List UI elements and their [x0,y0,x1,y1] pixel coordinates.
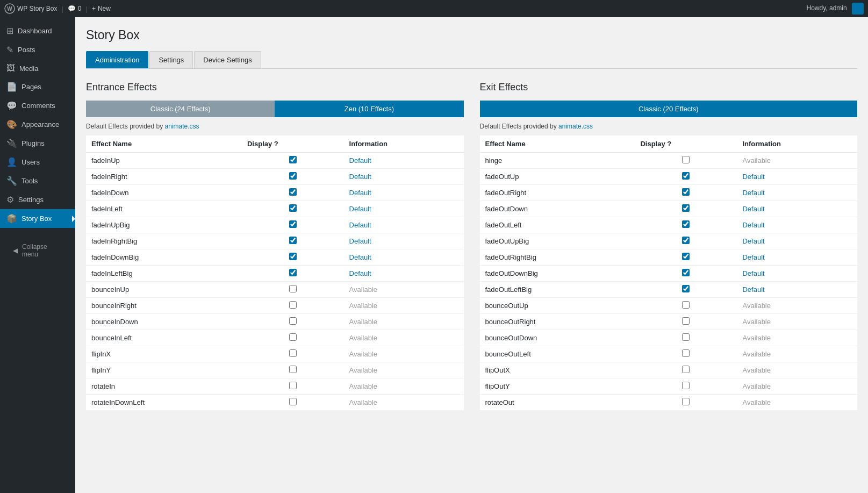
content-wrap: Story Box Administration Settings Device… [75,17,868,421]
display-checkbox[interactable] [289,188,297,196]
info-cell[interactable]: Default [344,266,464,282]
display-checkbox[interactable] [289,172,297,180]
display-checkbox[interactable] [682,237,690,244]
info-cell[interactable]: Default [737,185,857,201]
sidebar-item-story-box[interactable]: 📦 Story Box [0,209,75,228]
display-checkbox-cell [635,185,737,201]
display-checkbox[interactable] [682,398,690,405]
display-checkbox[interactable] [289,301,297,309]
effect-name: rotateIn [86,378,242,395]
sidebar-item-dashboard[interactable]: ⊞ Dashboard [0,22,75,40]
sidebar-item-posts[interactable]: ✎ Posts [0,40,75,59]
display-checkbox[interactable] [289,333,297,341]
comments-item[interactable]: 💬 0 [68,5,82,12]
info-cell[interactable]: Default [344,217,464,233]
info-cell[interactable]: Default [344,201,464,217]
info-cell: Available [737,362,857,378]
main-content: Story Box Administration Settings Device… [75,17,868,493]
display-checkbox[interactable] [289,382,297,389]
info-cell: Available [344,395,464,411]
wp-logo-item[interactable]: W WP Story Box [4,3,57,14]
info-cell[interactable]: Default [737,233,857,249]
display-checkbox[interactable] [289,156,297,163]
display-checkbox[interactable] [682,172,690,180]
display-checkbox[interactable] [289,204,297,212]
display-checkbox[interactable] [682,333,690,341]
info-cell: Available [344,298,464,314]
effect-name: fadeInRight [86,169,242,185]
display-checkbox[interactable] [289,366,297,373]
info-cell[interactable]: Default [737,266,857,282]
display-checkbox[interactable] [682,269,690,276]
sidebar-item-media[interactable]: 🖼 Media [0,59,75,77]
display-checkbox[interactable] [682,317,690,325]
display-checkbox[interactable] [289,269,297,276]
display-checkbox[interactable] [289,317,297,325]
sidebar-item-comments[interactable]: 💬 Comments [0,96,75,115]
collapse-menu-label: Collapse menu [22,243,62,258]
sidebar-item-plugins[interactable]: 🔌 Plugins [0,134,75,153]
table-row: fadeInRight Default [86,169,464,185]
info-cell[interactable]: Default [737,217,857,233]
display-checkbox[interactable] [682,285,690,292]
display-checkbox-cell [635,201,737,217]
plus-icon: + [92,5,96,12]
exit-provided-by: Default Effects provided by animate.css [480,123,858,130]
sidebar-item-users[interactable]: 👤 Users [0,153,75,172]
display-checkbox[interactable] [682,349,690,357]
display-checkbox[interactable] [682,156,690,163]
display-checkbox[interactable] [682,220,690,228]
sidebar-item-pages[interactable]: 📄 Pages [0,77,75,96]
display-checkbox[interactable] [289,253,297,260]
display-checkbox-cell [635,395,737,411]
exit-classic-tab[interactable]: Classic (20 Effects) [480,101,858,117]
display-checkbox[interactable] [289,349,297,357]
display-checkbox[interactable] [289,398,297,405]
table-row: bounceOutDown Available [480,330,858,346]
display-checkbox[interactable] [682,188,690,196]
info-cell[interactable]: Default [344,169,464,185]
display-checkbox[interactable] [289,285,297,292]
info-cell[interactable]: Default [737,169,857,185]
entrance-classic-tab[interactable]: Classic (24 Effects) [86,101,275,117]
info-cell[interactable]: Default [737,201,857,217]
info-cell[interactable]: Default [344,249,464,266]
display-checkbox-cell [635,330,737,346]
new-item[interactable]: + New [92,5,111,12]
display-checkbox[interactable] [289,237,297,244]
media-icon: 🖼 [6,63,15,73]
sidebar-item-label: Story Box [21,215,52,223]
comments-icon: 💬 [6,101,17,111]
sidebar-item-appearance[interactable]: 🎨 Appearance [0,115,75,134]
info-cell[interactable]: Default [344,185,464,201]
info-cell[interactable]: Default [737,249,857,266]
tab-settings[interactable]: Settings [149,51,193,68]
info-cell: Available [737,330,857,346]
tab-device-settings[interactable]: Device Settings [194,51,261,68]
effect-name: fadeInLeftBig [86,266,242,282]
info-cell: Available [737,378,857,395]
display-checkbox-cell [635,249,737,266]
collapse-menu-button[interactable]: ◀ Collapse menu [6,239,69,262]
sidebar-item-tools[interactable]: 🔧 Tools [0,172,75,190]
info-cell[interactable]: Default [344,233,464,249]
display-checkbox[interactable] [682,366,690,373]
sidebar-item-settings[interactable]: ⚙ Settings [0,190,75,209]
display-checkbox[interactable] [682,204,690,212]
info-cell[interactable]: Default [344,153,464,169]
table-row: fadeOutRightBig Default [480,249,858,266]
display-checkbox[interactable] [682,382,690,389]
svg-text:W: W [7,6,12,12]
tab-administration[interactable]: Administration [86,51,148,68]
display-checkbox[interactable] [682,253,690,260]
info-cell[interactable]: Default [737,282,857,298]
entrance-animate-link[interactable]: animate.css [165,123,199,130]
display-checkbox-cell [242,266,344,282]
entrance-zen-tab[interactable]: Zen (10 Effects) [275,101,463,117]
display-checkbox[interactable] [682,301,690,309]
display-checkbox[interactable] [289,220,297,228]
effect-name: fadeOutUpBig [480,233,635,249]
admin-bar: W WP Story Box | 💬 0 | + New Howdy, admi… [0,0,868,17]
exit-animate-link[interactable]: animate.css [558,123,593,130]
posts-icon: ✎ [6,45,13,55]
